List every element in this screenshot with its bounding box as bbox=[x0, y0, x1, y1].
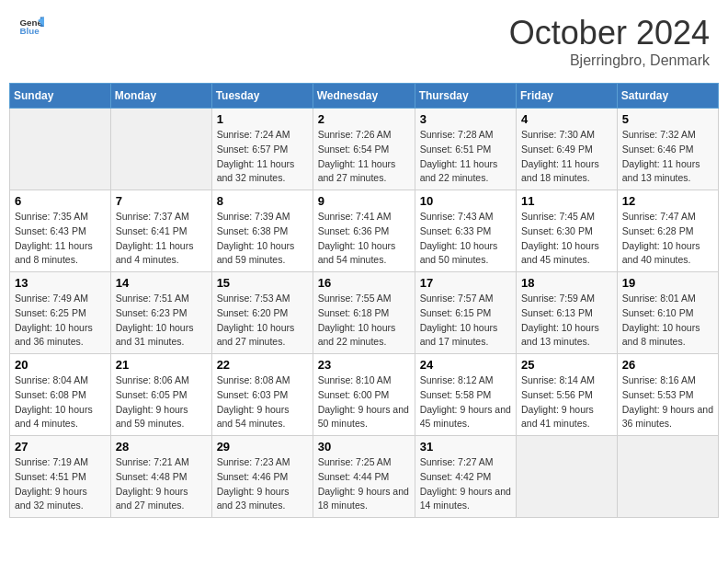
day-info: Sunrise: 8:10 AMSunset: 6:00 PMDaylight:… bbox=[318, 373, 410, 431]
svg-text:Blue: Blue bbox=[19, 26, 40, 36]
calendar-cell: 8 Sunrise: 7:39 AMSunset: 6:38 PMDayligh… bbox=[211, 190, 313, 272]
calendar-week-row: 13 Sunrise: 7:49 AMSunset: 6:25 PMDaylig… bbox=[10, 272, 719, 354]
page-header: General Blue October 2024 Bjerringbro, D… bbox=[9, 9, 719, 74]
day-number: 19 bbox=[622, 276, 713, 290]
day-number: 16 bbox=[318, 276, 410, 290]
day-number: 27 bbox=[15, 440, 106, 454]
day-number: 20 bbox=[15, 358, 106, 372]
day-info: Sunrise: 7:28 AMSunset: 6:51 PMDaylight:… bbox=[420, 128, 511, 186]
day-info: Sunrise: 8:06 AMSunset: 6:05 PMDaylight:… bbox=[116, 373, 207, 431]
day-info: Sunrise: 8:08 AMSunset: 6:03 PMDaylight:… bbox=[217, 373, 308, 431]
day-info: Sunrise: 7:32 AMSunset: 6:46 PMDaylight:… bbox=[622, 128, 713, 186]
calendar-cell bbox=[617, 436, 718, 518]
calendar-cell: 31 Sunrise: 7:27 AMSunset: 4:42 PMDaylig… bbox=[415, 436, 516, 518]
month-title: October 2024 bbox=[509, 14, 710, 52]
day-number: 6 bbox=[15, 194, 106, 208]
location-title: Bjerringbro, Denmark bbox=[509, 52, 710, 69]
day-number: 4 bbox=[521, 112, 612, 126]
calendar-cell: 11 Sunrise: 7:45 AMSunset: 6:30 PMDaylig… bbox=[517, 190, 618, 272]
day-info: Sunrise: 7:35 AMSunset: 6:43 PMDaylight:… bbox=[15, 210, 106, 268]
calendar-cell: 9 Sunrise: 7:41 AMSunset: 6:36 PMDayligh… bbox=[313, 190, 415, 272]
calendar-cell: 21 Sunrise: 8:06 AMSunset: 6:05 PMDaylig… bbox=[110, 354, 211, 436]
calendar-cell bbox=[517, 436, 618, 518]
day-info: Sunrise: 7:30 AMSunset: 6:49 PMDaylight:… bbox=[521, 128, 612, 186]
calendar-cell: 23 Sunrise: 8:10 AMSunset: 6:00 PMDaylig… bbox=[313, 354, 415, 436]
calendar-cell: 4 Sunrise: 7:30 AMSunset: 6:49 PMDayligh… bbox=[517, 109, 618, 190]
weekday-header: Sunday bbox=[10, 84, 111, 109]
day-number: 28 bbox=[116, 440, 207, 454]
day-info: Sunrise: 7:19 AMSunset: 4:51 PMDaylight:… bbox=[15, 455, 106, 513]
day-info: Sunrise: 7:53 AMSunset: 6:20 PMDaylight:… bbox=[217, 292, 308, 350]
day-info: Sunrise: 7:59 AMSunset: 6:13 PMDaylight:… bbox=[521, 292, 612, 350]
calendar-cell: 10 Sunrise: 7:43 AMSunset: 6:33 PMDaylig… bbox=[415, 190, 516, 272]
day-info: Sunrise: 8:14 AMSunset: 5:56 PMDaylight:… bbox=[521, 373, 612, 431]
day-info: Sunrise: 7:41 AMSunset: 6:36 PMDaylight:… bbox=[318, 210, 410, 268]
day-info: Sunrise: 7:25 AMSunset: 4:44 PMDaylight:… bbox=[318, 455, 410, 513]
day-number: 1 bbox=[217, 112, 308, 126]
day-info: Sunrise: 8:01 AMSunset: 6:10 PMDaylight:… bbox=[622, 292, 713, 350]
calendar-cell: 14 Sunrise: 7:51 AMSunset: 6:23 PMDaylig… bbox=[110, 272, 211, 354]
day-number: 15 bbox=[217, 276, 308, 290]
day-info: Sunrise: 8:16 AMSunset: 5:53 PMDaylight:… bbox=[622, 373, 713, 431]
day-number: 17 bbox=[420, 276, 511, 290]
calendar-week-row: 1 Sunrise: 7:24 AMSunset: 6:57 PMDayligh… bbox=[10, 109, 719, 190]
day-info: Sunrise: 8:04 AMSunset: 6:08 PMDaylight:… bbox=[15, 373, 106, 431]
calendar-cell: 25 Sunrise: 8:14 AMSunset: 5:56 PMDaylig… bbox=[517, 354, 618, 436]
day-info: Sunrise: 7:45 AMSunset: 6:30 PMDaylight:… bbox=[521, 210, 612, 268]
day-number: 14 bbox=[116, 276, 207, 290]
day-info: Sunrise: 7:39 AMSunset: 6:38 PMDaylight:… bbox=[217, 210, 308, 268]
day-number: 23 bbox=[318, 358, 410, 372]
day-number: 2 bbox=[318, 112, 410, 126]
day-info: Sunrise: 7:49 AMSunset: 6:25 PMDaylight:… bbox=[15, 292, 106, 350]
calendar-table: SundayMondayTuesdayWednesdayThursdayFrid… bbox=[9, 83, 719, 518]
weekday-header: Monday bbox=[110, 84, 211, 109]
calendar-cell: 30 Sunrise: 7:25 AMSunset: 4:44 PMDaylig… bbox=[313, 436, 415, 518]
calendar-cell: 6 Sunrise: 7:35 AMSunset: 6:43 PMDayligh… bbox=[10, 190, 111, 272]
day-info: Sunrise: 7:26 AMSunset: 6:54 PMDaylight:… bbox=[318, 128, 410, 186]
day-number: 10 bbox=[420, 194, 511, 208]
day-number: 26 bbox=[622, 358, 713, 372]
calendar-cell: 16 Sunrise: 7:55 AMSunset: 6:18 PMDaylig… bbox=[313, 272, 415, 354]
day-number: 22 bbox=[217, 358, 308, 372]
day-info: Sunrise: 7:23 AMSunset: 4:46 PMDaylight:… bbox=[217, 455, 308, 513]
calendar-cell: 7 Sunrise: 7:37 AMSunset: 6:41 PMDayligh… bbox=[110, 190, 211, 272]
calendar-cell: 29 Sunrise: 7:23 AMSunset: 4:46 PMDaylig… bbox=[211, 436, 313, 518]
day-info: Sunrise: 7:51 AMSunset: 6:23 PMDaylight:… bbox=[116, 292, 207, 350]
calendar-week-row: 6 Sunrise: 7:35 AMSunset: 6:43 PMDayligh… bbox=[10, 190, 719, 272]
calendar-cell: 1 Sunrise: 7:24 AMSunset: 6:57 PMDayligh… bbox=[211, 109, 313, 190]
day-number: 7 bbox=[116, 194, 207, 208]
calendar-cell: 20 Sunrise: 8:04 AMSunset: 6:08 PMDaylig… bbox=[10, 354, 111, 436]
day-number: 12 bbox=[622, 194, 713, 208]
day-info: Sunrise: 7:37 AMSunset: 6:41 PMDaylight:… bbox=[116, 210, 207, 268]
title-block: October 2024 Bjerringbro, Denmark bbox=[509, 14, 710, 69]
weekday-header: Saturday bbox=[617, 84, 718, 109]
weekday-header: Thursday bbox=[415, 84, 516, 109]
calendar-cell: 15 Sunrise: 7:53 AMSunset: 6:20 PMDaylig… bbox=[211, 272, 313, 354]
calendar-cell: 2 Sunrise: 7:26 AMSunset: 6:54 PMDayligh… bbox=[313, 109, 415, 190]
calendar-cell bbox=[10, 109, 111, 190]
calendar-week-row: 20 Sunrise: 8:04 AMSunset: 6:08 PMDaylig… bbox=[10, 354, 719, 436]
weekday-header: Tuesday bbox=[211, 84, 313, 109]
calendar-cell: 17 Sunrise: 7:57 AMSunset: 6:15 PMDaylig… bbox=[415, 272, 516, 354]
day-number: 31 bbox=[420, 440, 511, 454]
weekday-header: Wednesday bbox=[313, 84, 415, 109]
calendar-cell: 3 Sunrise: 7:28 AMSunset: 6:51 PMDayligh… bbox=[415, 109, 516, 190]
day-number: 29 bbox=[217, 440, 308, 454]
day-number: 24 bbox=[420, 358, 511, 372]
calendar-cell: 19 Sunrise: 8:01 AMSunset: 6:10 PMDaylig… bbox=[617, 272, 718, 354]
day-info: Sunrise: 7:21 AMSunset: 4:48 PMDaylight:… bbox=[116, 455, 207, 513]
day-number: 13 bbox=[15, 276, 106, 290]
day-number: 5 bbox=[622, 112, 713, 126]
day-number: 8 bbox=[217, 194, 308, 208]
day-info: Sunrise: 7:57 AMSunset: 6:15 PMDaylight:… bbox=[420, 292, 511, 350]
calendar-cell: 22 Sunrise: 8:08 AMSunset: 6:03 PMDaylig… bbox=[211, 354, 313, 436]
calendar-cell: 28 Sunrise: 7:21 AMSunset: 4:48 PMDaylig… bbox=[110, 436, 211, 518]
day-number: 11 bbox=[521, 194, 612, 208]
day-info: Sunrise: 7:55 AMSunset: 6:18 PMDaylight:… bbox=[318, 292, 410, 350]
calendar-cell bbox=[110, 109, 211, 190]
logo: General Blue bbox=[18, 14, 44, 40]
day-info: Sunrise: 7:47 AMSunset: 6:28 PMDaylight:… bbox=[622, 210, 713, 268]
day-number: 18 bbox=[521, 276, 612, 290]
day-number: 9 bbox=[318, 194, 410, 208]
day-number: 3 bbox=[420, 112, 511, 126]
